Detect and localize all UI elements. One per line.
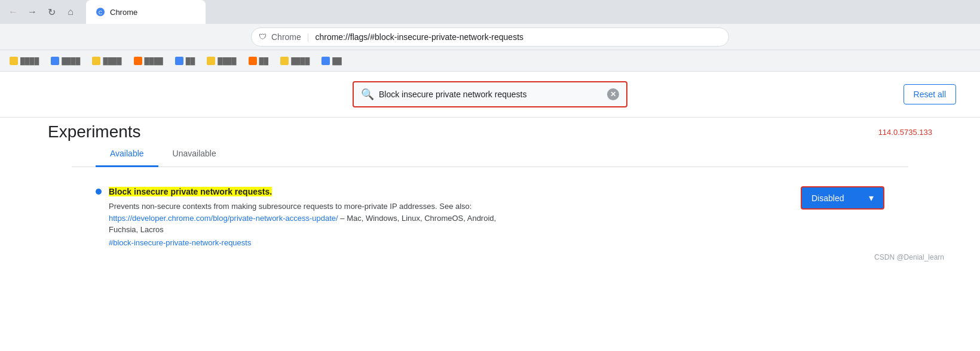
flag-text-block: Block insecure private network requests.… [109,186,527,247]
tab-available[interactable]: Available [96,141,158,167]
experiments-title: Experiments [48,122,141,141]
dropdown-arrow-icon: ▾ [869,192,874,204]
address-bar-row: 🛡 Chrome | chrome://flags/#block-insecur… [0,24,980,50]
forward-button[interactable]: → [24,4,41,20]
address-bar[interactable]: 🛡 Chrome | chrome://flags/#block-insecur… [251,27,729,47]
flag-description: Prevents non-secure contexts from making… [109,201,527,236]
svg-text:C: C [99,10,103,16]
active-tab[interactable]: C Chrome [86,0,206,24]
bookmark-item[interactable]: ████ [87,54,126,67]
experiments-header: Experiments 114.0.5735.133 [24,122,956,141]
address-url: chrome://flags/#block-insecure-private-n… [315,32,523,42]
watermark: CSDN @Denial_learn [874,253,944,261]
tab-unavailable[interactable]: Unavailable [158,141,231,167]
bookmark-item[interactable]: ████ [46,54,85,67]
reset-all-button[interactable]: Reset all [904,84,956,104]
bookmark-item[interactable]: ████ [129,54,168,67]
address-separator: | [307,32,310,42]
flag-title: Block insecure private network requests. [109,187,272,196]
bookmark-item[interactable]: ██ [170,54,200,67]
nav-buttons: ← → ↻ ⌂ [5,4,79,20]
flags-search-box: 🔍 ✕ [353,81,627,107]
address-security-icon: 🛡 [259,32,267,41]
flag-anchor-link[interactable]: #block-insecure-private-network-requests [109,238,527,247]
reload-button[interactable]: ↻ [43,4,60,20]
bookmark-item[interactable]: ██ [317,54,347,67]
flag-left: Block insecure private network requests.… [96,186,777,247]
home-button[interactable]: ⌂ [62,4,79,20]
page-content: 🔍 ✕ Reset all Experiments 114.0.5735.133… [0,72,980,351]
search-icon: 🔍 [361,88,374,101]
flag-item: Block insecure private network requests.… [96,179,884,254]
flag-right: Disabled ▾ [801,186,884,210]
flags-list: Block insecure private network requests.… [72,167,908,266]
tab-title: Chrome [110,8,137,17]
tab-favicon: C [96,7,105,17]
clear-search-button[interactable]: ✕ [607,88,619,100]
bookmark-item[interactable]: ████ [275,54,314,67]
bookmark-item[interactable]: ████ [202,54,241,67]
disabled-dropdown[interactable]: Disabled ▾ [801,186,884,210]
browser-chrome: ← → ↻ ⌂ C Chrome 🛡 Chrome | chrome://fla… [0,0,980,72]
bookmarks-bar: ████ ████ ████ ████ ██ ████ ██ ████ ██ [0,50,980,72]
back-button[interactable]: ← [5,4,22,20]
version-text: 114.0.5735.133 [878,128,932,137]
search-input[interactable] [379,90,602,99]
dropdown-value: Disabled [811,193,844,203]
tab-bar: ← → ↻ ⌂ C Chrome [0,0,980,24]
address-protocol: Chrome [271,32,301,42]
flag-indicator-dot [96,189,102,195]
bookmark-item[interactable]: ████ [5,54,44,67]
bookmark-item[interactable]: ██ [244,54,274,67]
tabs-container: Available Unavailable [72,141,908,167]
flag-external-link[interactable]: https://developer.chrome.com/blog/privat… [109,214,338,223]
search-area: 🔍 ✕ Reset all [0,72,980,118]
